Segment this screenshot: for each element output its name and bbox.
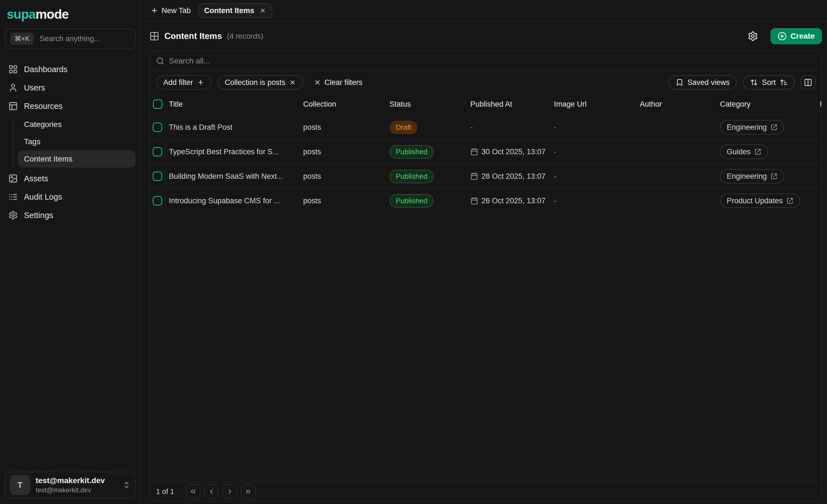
- content-panel: Search all... Add filter Collection is p…: [149, 51, 822, 501]
- subnav-item-label: Content Items: [24, 155, 72, 163]
- column-header-title[interactable]: Title: [165, 100, 303, 109]
- global-search-placeholder: Search anything...: [40, 35, 100, 43]
- category-chip[interactable]: Product Updates: [720, 193, 800, 208]
- next-page-button[interactable]: [223, 484, 237, 499]
- row-select-cell: [150, 189, 165, 213]
- tab-content-items[interactable]: Content Items: [198, 3, 272, 18]
- sidebar-item-assets[interactable]: Assets: [5, 169, 135, 188]
- create-button[interactable]: Create: [770, 28, 822, 44]
- row-checkbox[interactable]: [153, 122, 162, 132]
- sidebar-item-categories[interactable]: Categories: [18, 116, 135, 133]
- data-table: Title Collection Status Published At Ima…: [150, 94, 821, 501]
- previous-page-button[interactable]: [204, 484, 219, 499]
- new-tab-button[interactable]: New Tab: [150, 6, 191, 15]
- category-chip[interactable]: Engineering: [720, 120, 784, 134]
- table-settings-gear-icon[interactable]: [747, 31, 758, 42]
- sidebar-item-resources[interactable]: Resources: [5, 97, 135, 115]
- published-date: 26 Oct 2025, 13:07: [482, 197, 546, 205]
- table-row[interactable]: TypeScript Best Practices for S... posts…: [150, 139, 821, 164]
- cell-status: Published: [390, 145, 470, 159]
- saved-views-label: Saved views: [687, 78, 730, 87]
- user-name: test@makerkit.dev: [36, 476, 117, 485]
- first-page-button[interactable]: [186, 484, 200, 499]
- record-count: (4 records): [227, 32, 263, 41]
- sort-button[interactable]: Sort: [743, 75, 795, 90]
- last-page-button[interactable]: [241, 484, 255, 499]
- cell-image-url: -: [554, 197, 640, 205]
- clear-filters-label: Clear filters: [324, 78, 362, 87]
- cell-published-at: 30 Oct 2025, 13:07: [470, 148, 554, 156]
- column-header-collection[interactable]: Collection: [303, 100, 390, 109]
- sidebar-item-content-items[interactable]: Content Items: [18, 150, 135, 168]
- cell-collection: posts: [303, 123, 390, 132]
- cell-title[interactable]: Building Modern SaaS with Next...: [165, 172, 303, 181]
- add-filter-button[interactable]: Add filter: [156, 75, 211, 90]
- table-row[interactable]: Building Modern SaaS with Next... posts …: [150, 164, 821, 188]
- cell-image-url: -: [554, 123, 640, 132]
- sidebar-item-tags[interactable]: Tags: [18, 133, 135, 150]
- table-panel-icon: [8, 101, 18, 111]
- page-title: Content Items: [164, 31, 222, 41]
- gear-icon: [8, 211, 18, 220]
- global-search-input[interactable]: ⌘+K Search anything...: [5, 29, 135, 49]
- row-checkbox[interactable]: [153, 147, 162, 157]
- logo-part-supa: supa: [7, 7, 35, 21]
- dashboard-grid-icon: [8, 65, 18, 74]
- subnav-item-label: Tags: [24, 137, 40, 146]
- calendar-icon: [470, 197, 478, 205]
- columns-icon: [804, 78, 812, 87]
- app-logo: supamode: [5, 5, 135, 29]
- user-icon: [8, 83, 18, 93]
- page-indicator: 1 of 1: [156, 487, 174, 496]
- row-checkbox[interactable]: [153, 172, 162, 181]
- column-header-published-at[interactable]: Published At: [470, 100, 554, 109]
- image-icon: [8, 174, 18, 183]
- select-all-checkbox[interactable]: [153, 99, 162, 109]
- category-chip[interactable]: Guides: [720, 145, 768, 159]
- cell-published-at: -: [470, 123, 554, 132]
- user-menu[interactable]: T test@makerkit.dev test@makerkit.dev: [5, 472, 135, 498]
- active-filter-label: Collection is posts: [225, 78, 286, 87]
- clear-filters-button[interactable]: Clear filters: [314, 78, 362, 87]
- cell-published-at: 28 Oct 2025, 13:07: [470, 172, 554, 181]
- cell-title[interactable]: This is a Draft Post: [165, 123, 303, 132]
- column-header-status[interactable]: Status: [390, 100, 470, 109]
- column-header-author[interactable]: Author: [640, 100, 720, 109]
- sidebar-item-settings[interactable]: Settings: [5, 206, 135, 224]
- column-visibility-button[interactable]: [801, 75, 815, 90]
- table-row[interactable]: This is a Draft Post posts Draft - - Eng…: [150, 115, 821, 139]
- column-header-category[interactable]: Category: [720, 100, 820, 109]
- new-tab-label: New Tab: [162, 6, 191, 15]
- sort-label: Sort: [762, 78, 776, 87]
- category-label: Product Updates: [727, 197, 783, 205]
- category-chip[interactable]: Engineering: [720, 169, 784, 183]
- sort-asc-icon: [780, 78, 787, 86]
- filter-toolbar: Add filter Collection is posts Clear fil…: [150, 71, 821, 94]
- external-link-icon: [771, 124, 777, 130]
- sidebar-item-dashboards[interactable]: Dashboards: [5, 60, 135, 78]
- column-header-pa[interactable]: Pa: [820, 100, 822, 109]
- cell-collection: posts: [303, 148, 390, 156]
- sidebar-item-users[interactable]: Users: [5, 78, 135, 97]
- external-link-icon: [755, 149, 761, 155]
- cell-title[interactable]: TypeScript Best Practices for S...: [165, 148, 303, 156]
- add-filter-label: Add filter: [163, 78, 193, 87]
- table-row[interactable]: Introducing Supabase CMS for ... posts P…: [150, 188, 821, 213]
- row-checkbox[interactable]: [153, 196, 162, 206]
- saved-views-button[interactable]: Saved views: [669, 75, 737, 90]
- category-label: Engineering: [727, 123, 767, 132]
- select-all-cell: [150, 94, 165, 115]
- user-identity: test@makerkit.dev test@makerkit.dev: [36, 476, 117, 494]
- plus-circle-icon: [778, 32, 787, 41]
- cell-status: Draft: [390, 121, 470, 134]
- close-icon[interactable]: [289, 79, 296, 86]
- cell-title[interactable]: Introducing Supabase CMS for ...: [165, 197, 303, 205]
- column-header-image-url[interactable]: Image Url: [554, 100, 640, 109]
- active-filter-chip[interactable]: Collection is posts: [217, 75, 303, 90]
- cell-category: Engineering: [720, 120, 820, 134]
- close-icon[interactable]: [259, 7, 266, 14]
- table-search-input[interactable]: Search all...: [150, 51, 821, 71]
- sidebar-item-audit-logs[interactable]: Audit Logs: [5, 188, 135, 206]
- row-select-cell: [150, 115, 165, 139]
- published-date: 30 Oct 2025, 13:07: [482, 148, 546, 156]
